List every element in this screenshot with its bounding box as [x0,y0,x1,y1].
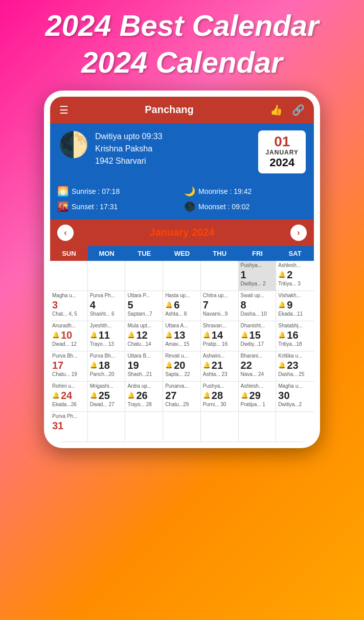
cell-date-number: 11 [99,329,110,341]
calendar-cell[interactable]: Bharani...22Nava... 24 [239,351,277,381]
share-icon[interactable]: 🔗 [292,104,305,116]
date-year: 2024 [265,156,299,169]
prev-month-button[interactable]: ‹ [57,225,74,241]
menu-icon[interactable]: ☰ [59,104,69,116]
calendar-cell[interactable]: Rohini u...🔔24Ekada...26 [50,382,88,411]
cell-date-number: 19 [127,359,139,371]
calendar-cell[interactable]: Pushya...🔔28Purni... 30 [201,382,239,411]
like-icon[interactable]: 👍 [270,104,283,116]
calendar-cell[interactable]: Shravan...🔔14Pratip... 16 [201,321,239,351]
calendar-cell[interactable]: Mrigashi...🔔25Dwad... 27 [88,382,126,411]
panchang-card: 🌓 Dwitiya upto 09:33 Krishna Paksha 1942… [50,123,314,181]
cell-nakshatra: Ashwini... [203,353,236,359]
cell-nakshatra: Hasta up... [165,293,198,299]
cell-date-number: 26 [136,389,147,402]
next-month-button[interactable]: › [290,225,307,241]
cell-date-number: 7 [203,299,209,311]
calendar-row: Pushya...1Dwitiya... 2Ashlesh...🔔2Tritiy… [50,261,314,291]
calendar-cell[interactable]: Purva Ph...31 [50,412,88,441]
calendar-cell[interactable]: Anuradh...🔔10Dwad... 12 [50,321,88,351]
cell-date-number: 23 [287,359,298,371]
calendar-cell[interactable]: Purva Bh...17Chatu... 19 [50,351,88,381]
main-title-line2: 2024 Calendar [5,46,359,79]
calendar-cell[interactable]: Purva Ph...4Shasht... 6 [88,291,126,321]
sunset-icon: 🌇 [57,201,69,212]
calendar-cell[interactable] [276,412,314,441]
cell-tithi: Ashta... 8 [165,311,198,317]
app-bar: ☰ Panchang 👍 🔗 [50,97,314,123]
calendar-cell[interactable]: Magha u...30Dwitiya...2 [276,382,314,411]
calendar-cell[interactable] [88,261,126,291]
moonset-item: 🌑 Moonset : 09:02 [184,201,307,212]
special-icon: 🔔 [203,331,211,339]
calendar-cell[interactable]: Punarva...27Chatu...29 [163,382,201,411]
calendar-cell[interactable]: Chitra up...7Navarni...9 [201,291,239,321]
calendar-cell[interactable]: Uttara B...19Shash...21 [125,351,163,381]
calendar-cell[interactable]: Vishakh...🔔9Ekada...11 [276,291,314,321]
cell-nakshatra: Purva Ph... [52,413,85,419]
calendar-cell[interactable]: Shatabhj...🔔16Tritiya...18 [276,321,314,351]
cell-nakshatra: Uttara B... [127,353,161,359]
calendar-cell[interactable]: Magha u...3Chat... 4, 5 [50,291,88,321]
cell-tithi: Amav... 15 [165,341,198,347]
calendar-cell[interactable]: Pushya...1Dwitiya... 2 [239,261,277,291]
cell-nakshatra: Chitra up... [203,293,236,299]
calendar-cell[interactable]: Purva Bh...🔔18Panch...20 [88,351,126,381]
cell-nakshatra: Ardra up... [127,383,161,389]
calendar-cell[interactable] [201,261,239,291]
calendar-cell[interactable]: Jyeshth...🔔11Trayo... 13 [88,321,126,351]
calendar-cell[interactable]: Ardra up...🔔26Trayo... 28 [125,382,163,411]
cell-tithi: Dwitiya...2 [278,402,312,408]
calendar-cell[interactable]: Ashlesh...🔔29Pratipa... 1 [239,382,277,411]
calendar-cell[interactable]: Revati u...🔔20Sapta... 22 [163,351,201,381]
calendar-cell[interactable]: Uttara P...5Saptam...7 [125,291,163,321]
cell-tithi: Tritiya... 3 [278,281,312,287]
cell-tithi: Trayo... 28 [127,402,161,408]
calendar-cell[interactable]: Swati up...8Dasha... 10 [239,291,277,321]
cell-nakshatra: Purva Ph... [90,293,123,299]
calendar-cell[interactable] [88,412,126,441]
calendar-cell[interactable] [125,412,163,441]
cell-tithi: Chatu... 19 [52,371,85,378]
day-header-wed: WED [163,246,201,261]
cell-date-number: 30 [278,389,289,402]
cell-tithi: Tritiya...18 [278,341,312,347]
cell-date-number: 17 [52,359,63,371]
date-month: JANUARY [265,149,299,156]
day-header-thu: THU [201,246,239,261]
cell-nakshatra: Mrigashi... [90,383,123,389]
calendar-cell[interactable]: Hasta up...🔔6Ashta... 8 [163,291,201,321]
special-icon: 🔔 [278,331,286,339]
calendar-cell[interactable]: Krittika u...🔔23Dasha... 25 [276,351,314,381]
cell-nakshatra: Bharani... [241,353,274,359]
cell-tithi: Trayo... 13 [90,341,123,347]
cell-nakshatra: Pushya... [241,262,274,269]
cell-tithi: Navarni...9 [203,311,236,317]
cell-tithi: Pratip... 16 [203,341,236,347]
cell-tithi: Ashta... 23 [203,371,236,378]
cell-tithi: Pratipa... 1 [241,402,274,408]
calendar-cell[interactable]: Ashlesh...🔔2Tritiya... 3 [276,261,314,291]
cell-tithi: Dwad... 27 [90,402,123,408]
calendar-cell[interactable]: Ashwini...🔔21Ashta... 23 [201,351,239,381]
cell-date-number: 13 [174,329,185,341]
cell-tithi: Chatu...29 [165,402,198,408]
cell-tithi: Dwitiy...17 [241,341,274,347]
calendar-cell[interactable]: Uttara A...🔔13Amav... 15 [163,321,201,351]
cell-date-number: 28 [212,389,223,402]
cell-nakshatra: Dhanisht... [241,323,274,329]
panchang-details: Dwitiya upto 09:33 Krishna Paksha 1942 S… [95,130,163,167]
cell-nakshatra: Krittika u... [278,353,312,359]
calendar-cell[interactable] [163,412,201,441]
header-section: 2024 Best Calendar 2024 Calendar [0,0,364,91]
calendar-cell[interactable] [201,412,239,441]
calendar-cell[interactable] [125,261,163,291]
calendar-cell[interactable]: Dhanisht...🔔15Dwitiy...17 [239,321,277,351]
month-label: January [150,227,189,238]
sunset-item: 🌇 Sunset : 17:31 [57,201,180,212]
calendar-cell[interactable] [50,261,88,291]
calendar-cell[interactable]: Mula upt...🔔12Chatu...14 [125,321,163,351]
calendar-cell[interactable] [163,261,201,291]
cell-date-number: 21 [212,359,223,371]
calendar-cell[interactable] [239,412,277,441]
